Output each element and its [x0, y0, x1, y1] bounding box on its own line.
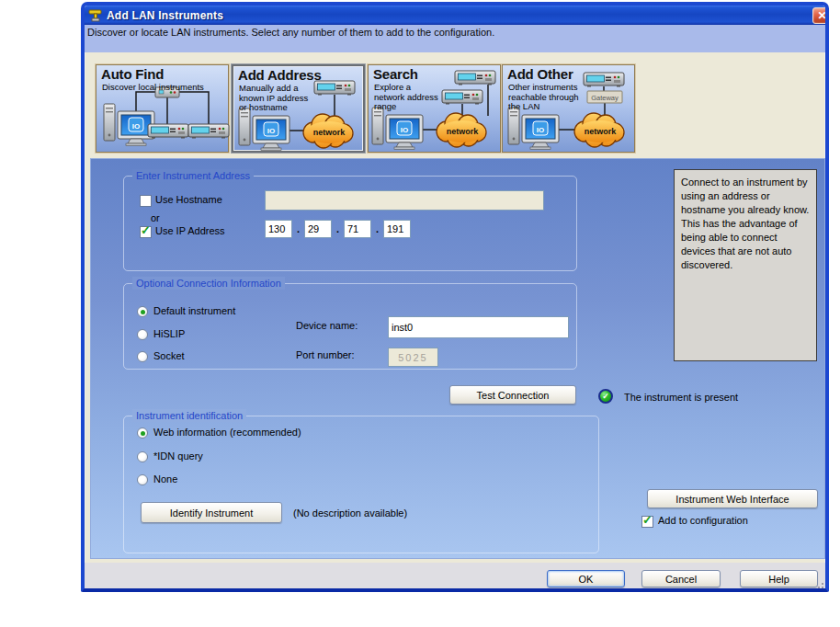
close-icon: ✕	[817, 9, 826, 22]
radio-socket-label: Socket	[153, 350, 185, 361]
tile-desc: Manually add a known IP address or hostn…	[239, 84, 312, 113]
port-number-label: Port number:	[296, 349, 355, 360]
ip-octet-input-3[interactable]	[344, 220, 371, 238]
tile-title: Add Other	[507, 66, 573, 82]
use-hostname-label: Use Hostname	[155, 194, 222, 205]
ip-dot: .	[335, 223, 340, 234]
lan-connector-icon	[88, 8, 103, 22]
radio-none-label: None	[153, 473, 177, 484]
radio-idn-query-label: *IDN query	[153, 450, 203, 462]
instrument-web-interface-button[interactable]: Instrument Web Interface	[647, 489, 818, 508]
cancel-button[interactable]: Cancel	[641, 570, 721, 587]
subtitle-text: Discover or locate LAN instruments. Sele…	[87, 27, 494, 38]
instrument-icon	[148, 124, 188, 139]
radio-hislip[interactable]	[137, 329, 148, 340]
use-ip-address-label: Use IP Address	[155, 225, 225, 236]
network-cloud-label: network	[447, 127, 480, 136]
device-name-input[interactable]	[388, 316, 569, 338]
description-note: (No description available)	[293, 507, 407, 519]
instrument-icon	[442, 90, 482, 105]
hostname-input	[265, 190, 544, 211]
subtitle-bar: Discover or locate LAN instruments. Sele…	[85, 25, 829, 52]
computer-icon	[508, 108, 559, 150]
titlebar[interactable]: Add LAN Instruments	[85, 6, 829, 25]
instrument-icon	[314, 81, 355, 96]
help-button[interactable]: Help	[740, 570, 818, 587]
computer-icon	[372, 108, 423, 150]
mode-tile-auto-find[interactable]: IO Auto Find Discover local instruments	[96, 64, 229, 153]
add-lan-instruments-window: Add LAN Instruments ✕ Discover or locate…	[81, 2, 829, 592]
or-label: or	[151, 212, 160, 223]
radio-none[interactable]	[137, 474, 148, 485]
test-connection-button[interactable]: Test Connection	[449, 385, 576, 405]
window-title: Add LAN Instruments	[107, 9, 223, 22]
tile-desc: Explore a network address range	[374, 83, 444, 112]
io-logo-label: IO	[537, 126, 544, 134]
add-to-configuration-checkbox[interactable]: ✓	[641, 516, 653, 528]
mode-tile-add-address[interactable]: IO network Add Address Manually add a kn…	[232, 64, 365, 153]
radio-default-instrument-label: Default instrument	[153, 305, 235, 316]
footer-bar: OK Cancel Help	[85, 563, 829, 592]
radio-socket[interactable]	[137, 351, 148, 362]
mode-tile-search[interactable]: IO network Search Explore a network addr…	[368, 64, 501, 153]
add-to-configuration-label: Add to configuration	[658, 515, 748, 526]
group-title: Instrument identification	[132, 409, 246, 422]
radio-default-instrument[interactable]	[137, 306, 148, 317]
computer-icon	[239, 108, 289, 151]
ip-octet-input-2[interactable]	[304, 220, 332, 238]
network-cloud-icon	[303, 114, 353, 148]
use-ip-address-checkbox[interactable]: ✓	[140, 226, 152, 238]
ip-octet-input-4[interactable]	[383, 220, 411, 238]
gateway-label: Gateway	[591, 94, 619, 102]
help-text-panel: Connect to an instrument by using an add…	[674, 169, 817, 361]
status-ok-icon: ✓	[598, 389, 613, 404]
instrument-icon	[584, 73, 624, 87]
group-title: Enter Instrument Address	[132, 169, 254, 182]
ip-address-fields: . . .	[265, 220, 411, 238]
mode-tile-add-other[interactable]: Gateway IO network Add Other Other instr…	[502, 64, 635, 153]
tile-title: Auto Find	[101, 66, 164, 82]
close-button[interactable]: ✕	[812, 7, 829, 24]
check-icon: ✓	[642, 514, 653, 526]
instrument-icon	[188, 124, 229, 139]
computer-icon	[104, 104, 154, 146]
radio-idn-query[interactable]	[137, 451, 148, 462]
radio-web-information[interactable]	[137, 428, 148, 439]
tile-title: Add Address	[238, 67, 322, 83]
network-cloud-label: network	[585, 127, 618, 136]
tile-title: Search	[373, 66, 418, 82]
radio-hislip-label: HiSLIP	[153, 328, 185, 339]
port-number-input	[388, 348, 438, 367]
main-panel: Enter Instrument Address Use Hostname or…	[90, 158, 825, 559]
tile-desc: Discover local instruments	[102, 83, 226, 93]
status-text: The instrument is present	[624, 392, 738, 403]
resize-grip[interactable]	[825, 587, 827, 588]
io-logo-label: IO	[267, 127, 275, 135]
network-cloud-icon	[574, 113, 624, 147]
identify-instrument-button[interactable]: Identify Instrument	[141, 502, 282, 523]
tile-desc: Other instruments reachable through the …	[508, 83, 584, 112]
ok-button[interactable]: OK	[547, 570, 625, 587]
radio-web-information-label: Web information (recommended)	[153, 427, 301, 438]
device-name-label: Device name:	[296, 320, 358, 331]
io-logo-label: IO	[401, 126, 408, 134]
check-icon: ✓	[141, 224, 151, 236]
instrument-icon	[455, 71, 495, 86]
ip-octet-input-1[interactable]	[265, 220, 292, 238]
ip-dot: .	[375, 223, 380, 234]
use-hostname-checkbox[interactable]	[140, 195, 152, 207]
page: Add LAN Instruments ✕ Discover or locate…	[0, 0, 840, 627]
ip-dot: .	[296, 223, 301, 234]
io-logo-label: IO	[132, 122, 140, 131]
network-cloud-icon	[437, 113, 486, 147]
gateway-icon: Gateway	[587, 91, 622, 103]
network-cloud-label: network	[313, 128, 346, 137]
group-title: Optional Connection Information	[132, 277, 285, 290]
